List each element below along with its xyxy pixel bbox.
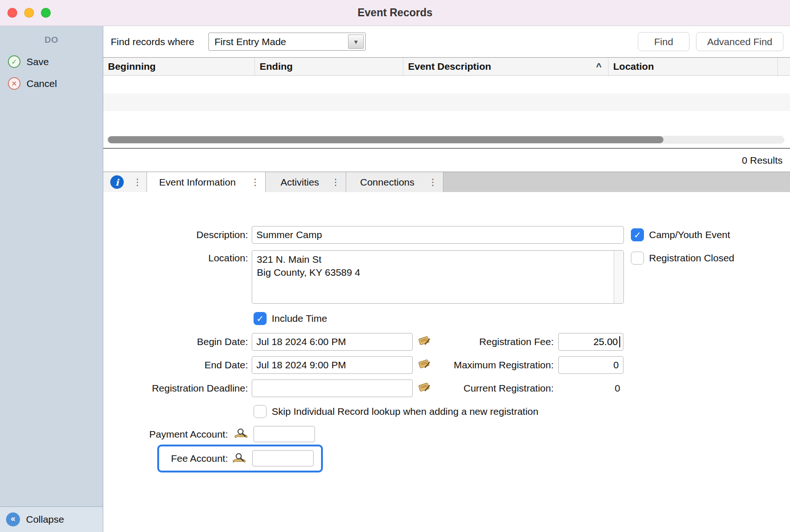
tab-activities[interactable]: Activities ⋮ xyxy=(266,172,346,192)
event-records-window: Event Records DO ✓ Save ✕ Cancel « Colla… xyxy=(0,0,790,532)
registration-deadline-input[interactable] xyxy=(252,379,413,397)
column-header-spacer xyxy=(777,58,790,75)
tab-activities-label: Activities xyxy=(281,177,319,188)
collapse-label: Collapse xyxy=(26,514,64,525)
tab-event-information-label: Event Information xyxy=(159,177,236,188)
location-textarea[interactable]: 321 N. Main St Big County, KY 63589 4 xyxy=(252,250,624,304)
cancel-x-icon: ✕ xyxy=(8,77,20,90)
registration-fee-label: Registration Fee: xyxy=(401,335,554,349)
tab-connections[interactable]: Connections ⋮ xyxy=(346,172,443,192)
horizontal-scrollbar-thumb[interactable] xyxy=(108,136,663,143)
save-label: Save xyxy=(27,56,49,67)
table-row xyxy=(103,76,790,93)
checkmark-icon: ✓ xyxy=(634,230,641,240)
horizontal-scrollbar[interactable] xyxy=(107,136,784,144)
find-field-dropdown-value: First Entry Made xyxy=(214,36,286,47)
event-information-form: Description: ✓ Camp/Youth Event Location… xyxy=(103,192,790,532)
column-header-location[interactable]: Location xyxy=(608,58,777,75)
description-label: Description: xyxy=(103,228,248,242)
window-title: Event Records xyxy=(0,7,790,19)
advanced-find-button[interactable]: Advanced Find xyxy=(696,32,783,51)
column-header-event-description[interactable]: Event Description ^ xyxy=(403,58,608,75)
registration-deadline-label: Registration Deadline: xyxy=(103,381,248,395)
registration-closed-label[interactable]: Registration Closed xyxy=(649,251,734,265)
find-records-where-label: Find records where xyxy=(111,36,202,47)
find-field-dropdown[interactable]: First Entry Made ▾ xyxy=(208,33,366,51)
tab-event-information[interactable]: Event Information ⋮ xyxy=(147,172,266,192)
fee-account-input[interactable] xyxy=(252,450,314,466)
include-time-label[interactable]: Include Time xyxy=(272,312,327,326)
find-bar: Find records where First Entry Made ▾ Fi… xyxy=(103,26,790,57)
sidebar-header: DO xyxy=(0,26,103,45)
registration-closed-checkbox[interactable] xyxy=(631,252,644,265)
window-controls xyxy=(7,0,51,26)
find-button[interactable]: Find xyxy=(638,32,690,51)
table-row xyxy=(103,93,790,111)
do-sidebar: DO ✓ Save ✕ Cancel « Collapse xyxy=(0,26,103,532)
location-scrollbar[interactable] xyxy=(614,251,623,303)
skip-individual-lookup-checkbox[interactable] xyxy=(254,405,267,418)
info-icon[interactable]: i xyxy=(110,175,124,189)
column-header-beginning[interactable]: Beginning xyxy=(103,58,254,75)
registration-fee-input[interactable] xyxy=(558,333,623,351)
begin-date-label: Begin Date: xyxy=(103,335,248,349)
zoom-window-button[interactable] xyxy=(41,8,51,18)
sort-ascending-icon: ^ xyxy=(596,61,602,72)
info-tab-cell: i ⋮ xyxy=(103,172,147,192)
tab-bar: i ⋮ Event Information ⋮ Activities ⋮ Con… xyxy=(103,172,790,192)
payment-account-label: Payment Account: xyxy=(103,427,228,441)
skip-individual-lookup-label[interactable]: Skip Individual Record lookup when addin… xyxy=(272,405,538,419)
payment-account-lookup-icon[interactable] xyxy=(234,428,248,439)
fee-account-label: Fee Account: xyxy=(159,452,228,466)
connections-menu-dots-icon[interactable]: ⋮ xyxy=(428,178,437,186)
current-registration-label: Current Registration: xyxy=(401,381,554,395)
current-registration-value: 0 xyxy=(558,381,620,395)
close-window-button[interactable] xyxy=(7,8,17,18)
maximum-registration-label: Maximum Registration: xyxy=(401,358,554,372)
fee-account-highlight-box: Fee Account: xyxy=(157,445,323,472)
end-date-label: End Date: xyxy=(103,358,248,372)
results-count: 0 Results xyxy=(742,155,783,166)
save-button[interactable]: ✓ Save xyxy=(0,51,103,73)
collapse-chevrons-icon: « xyxy=(6,512,20,526)
location-field: 321 N. Main St Big County, KY 63589 4 xyxy=(252,250,624,304)
title-bar: Event Records xyxy=(0,0,790,26)
main-panel: Find records where First Entry Made ▾ Fi… xyxy=(103,26,790,532)
cancel-label: Cancel xyxy=(27,78,57,89)
save-check-icon: ✓ xyxy=(8,55,20,68)
results-table: Beginning Ending Event Description ^ Loc… xyxy=(103,57,790,149)
text-cursor xyxy=(619,336,620,347)
minimize-window-button[interactable] xyxy=(24,8,34,18)
checkmark-icon: ✓ xyxy=(256,313,264,324)
camp-youth-event-checkbox[interactable]: ✓ xyxy=(631,228,644,241)
info-menu-dots-icon[interactable]: ⋮ xyxy=(133,178,142,186)
event-information-menu-dots-icon[interactable]: ⋮ xyxy=(251,178,260,186)
registration-fee-field xyxy=(558,333,623,351)
results-count-row: 0 Results xyxy=(103,149,790,172)
dropdown-arrow-icon: ▾ xyxy=(348,34,364,49)
cancel-button[interactable]: ✕ Cancel xyxy=(0,73,103,94)
end-date-input[interactable] xyxy=(252,356,413,374)
description-input[interactable] xyxy=(252,226,624,244)
activities-menu-dots-icon[interactable]: ⋮ xyxy=(331,178,340,186)
results-table-header: Beginning Ending Event Description ^ Loc… xyxy=(103,58,790,76)
camp-youth-event-label[interactable]: Camp/Youth Event xyxy=(649,228,730,242)
table-row xyxy=(103,111,790,129)
column-header-ending[interactable]: Ending xyxy=(254,58,403,75)
payment-account-input[interactable] xyxy=(254,426,315,442)
tab-bar-filler xyxy=(443,172,790,192)
location-label: Location: xyxy=(103,251,248,265)
tab-connections-label: Connections xyxy=(360,177,415,188)
maximum-registration-input[interactable] xyxy=(558,356,623,374)
include-time-checkbox[interactable]: ✓ xyxy=(254,312,267,325)
fee-account-lookup-icon[interactable] xyxy=(232,452,246,464)
begin-date-input[interactable] xyxy=(252,333,413,351)
collapse-sidebar-button[interactable]: « Collapse xyxy=(0,506,103,532)
